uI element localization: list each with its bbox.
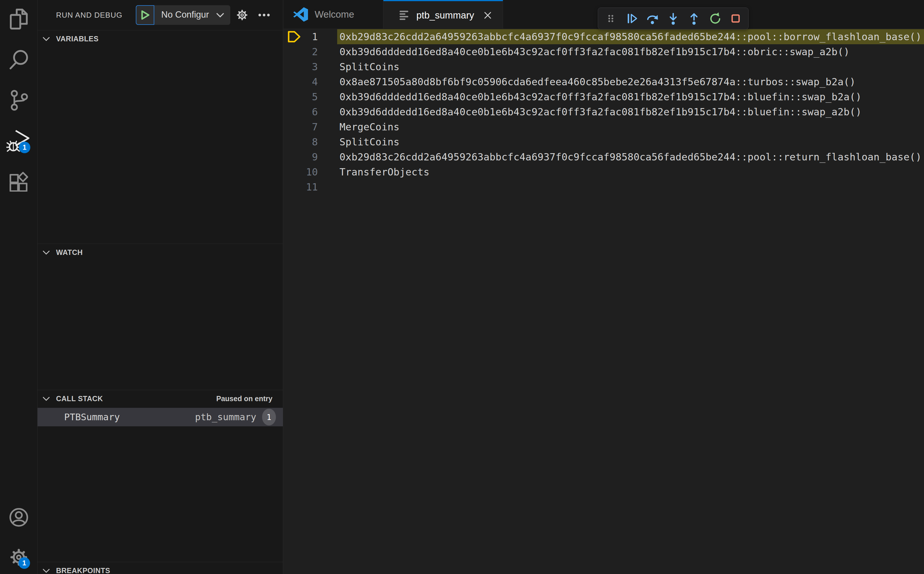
activity-item-explorer[interactable] [8,8,29,31]
call-stack-frame-row[interactable]: PTBSummary ptb_summary 1 [38,408,283,426]
tab-ptb-summary[interactable]: ptb_summary [383,0,503,29]
toolbar-drag-handle[interactable] [604,12,617,25]
frame-source: ptb_summary [195,412,256,423]
line-text[interactable]: 0xb39d6dddedd16ed8a40ce0b1e6b43c92acf0ff… [340,104,862,119]
continue-icon [625,12,638,25]
code-line[interactable]: 9 0xb29d83c26cdd2a64959263abbcfc4a6937f0… [283,150,924,164]
run-and-debug-sidebar: RUN AND DEBUG No Configur [38,0,283,574]
account-icon [9,507,29,528]
sidebar-title: RUN AND DEBUG [56,0,123,30]
code-line[interactable]: 1 0xb29d83c26cdd2a64959263abbcfc4a6937f0… [283,29,924,44]
editor-tab-bar: Welcome ptb_summary [283,0,924,29]
grip-dots-icon [606,13,616,24]
debug-count-badge: 1 [19,142,30,153]
line-text[interactable]: 0xb29d83c26cdd2a64959263abbcfc4a6937f0c9… [340,29,922,44]
line-number-gutter[interactable]: 9 [283,150,318,164]
activity-item-extensions[interactable] [8,170,29,194]
debug-current-line-arrow-icon [287,30,301,44]
section-header-call-stack[interactable]: CALL STACK Paused on entry [38,390,283,407]
code-line[interactable]: 11 [283,180,924,194]
chevron-down-icon [42,250,52,255]
stop-button[interactable] [729,12,742,25]
code-line[interactable]: 6 0xb39d6dddedd16ed8a40ce0b1e6b43c92acf0… [283,104,924,119]
code-line[interactable]: 4 0x8ae871505a80d8bf6bf9c05906cda6edfeea… [283,74,924,89]
tab-label: ptb_summary [416,10,474,21]
line-text[interactable]: 0x8ae871505a80d8bf6bf9c05906cda6edfeea46… [340,74,856,89]
vscode-logo-icon [293,7,308,22]
start-debugging-button[interactable] [136,5,154,25]
line-text[interactable]: SplitCoins [340,134,400,150]
stop-icon [729,12,742,25]
section-label: BREAKPOINTS [56,566,110,574]
debug-pause-status: Paused on entry [216,394,273,403]
extensions-icon [9,171,29,193]
activity-item-settings[interactable]: 1 [8,546,29,569]
continue-button[interactable] [625,12,638,25]
step-into-icon [667,12,680,25]
line-text[interactable]: SplitCoins [340,59,400,74]
tab-label: Welcome [315,9,354,20]
section-header-breakpoints[interactable]: BREAKPOINTS [38,562,283,574]
line-text[interactable]: MergeCoins [340,119,400,134]
section-label: CALL STACK [56,394,103,403]
configuration-label: No Configur [161,5,209,25]
restart-button[interactable] [708,12,721,25]
activity-item-source-control[interactable] [8,89,29,112]
line-number-gutter[interactable]: 10 [283,164,318,180]
section-label: WATCH [56,248,83,257]
code-line[interactable]: 2 0xb39d6dddedd16ed8a40ce0b1e6b43c92acf0… [283,44,924,59]
activity-item-run-and-debug[interactable]: 1 [8,130,29,153]
step-out-button[interactable] [688,12,700,25]
ellipsis-icon [258,13,270,17]
code-line[interactable]: 5 0xb39d6dddedd16ed8a40ce0b1e6b43c92acf0… [283,89,924,104]
chevron-down-icon [216,12,225,19]
step-over-button[interactable] [646,12,659,25]
line-number-gutter[interactable]: 4 [283,74,318,89]
line-text[interactable]: 0xb29d83c26cdd2a64959263abbcfc4a6937f0c9… [340,150,922,164]
play-icon [140,10,150,20]
restart-icon [708,12,721,25]
more-actions-button[interactable] [258,9,271,21]
source-control-icon [9,89,28,112]
line-number-gutter[interactable]: 3 [283,59,318,74]
close-tab-icon[interactable] [483,10,493,20]
frame-line-badge: 1 [262,409,276,426]
sidebar-toolbar: RUN AND DEBUG No Configur [38,0,283,30]
step-out-icon [688,12,700,25]
section-header-variables[interactable]: VARIABLES [38,30,283,47]
code-line[interactable]: 7 MergeCoins [283,119,924,134]
line-number-gutter[interactable]: 5 [283,89,318,104]
activity-item-search[interactable] [8,49,29,72]
tab-welcome[interactable]: Welcome [283,0,383,29]
chevron-down-icon [42,396,52,401]
line-number-gutter[interactable]: 7 [283,119,318,134]
explorer-icon [9,8,28,31]
search-icon [9,49,28,72]
chevron-down-icon [42,568,52,573]
step-into-button[interactable] [667,12,680,25]
line-text[interactable]: 0xb39d6dddedd16ed8a40ce0b1e6b43c92acf0ff… [340,44,850,59]
code-lines: 1 0xb29d83c26cdd2a64959263abbcfc4a6937f0… [283,29,924,194]
line-number-gutter[interactable]: 11 [283,180,318,194]
code-line[interactable]: 8 SplitCoins [283,134,924,150]
line-number-gutter[interactable]: 6 [283,104,318,119]
settings-badge: 1 [19,557,30,569]
debug-configuration-dropdown[interactable]: No Configur [136,5,230,25]
editor-group: Welcome ptb_summary [283,0,924,574]
code-line[interactable]: 10 TransferObjects [283,164,924,180]
line-number-gutter[interactable]: 8 [283,134,318,150]
section-header-watch[interactable]: WATCH [38,244,283,261]
line-text[interactable]: 0xb39d6dddedd16ed8a40ce0b1e6b43c92acf0ff… [340,89,862,104]
open-launch-json-gear-button[interactable] [236,9,249,21]
debug-toolbar [598,8,749,30]
file-list-icon [400,9,410,22]
line-number-gutter[interactable]: 2 [283,44,318,59]
line-text[interactable]: TransferObjects [340,164,430,180]
chevron-down-icon [42,36,52,42]
step-over-icon [646,12,659,25]
code-line[interactable]: 3 SplitCoins [283,59,924,74]
frame-name: PTBSummary [64,412,120,423]
section-label: VARIABLES [56,35,99,43]
activity-item-accounts[interactable] [8,506,29,530]
activity-bar: 1 1 [0,0,38,574]
